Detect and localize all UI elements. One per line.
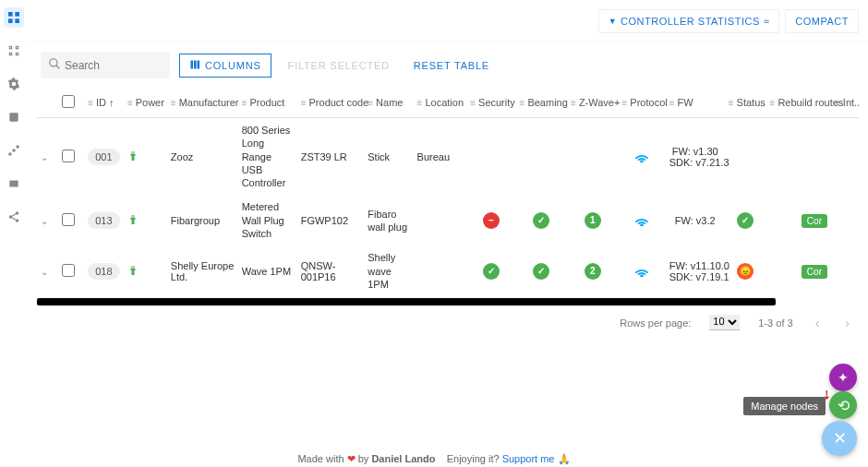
svg-line-16 xyxy=(56,66,60,69)
cell-product-code: ZST39 LR xyxy=(297,118,365,196)
reset-table-button[interactable]: RESET TABLE xyxy=(406,55,497,76)
select-all-checkbox[interactable] xyxy=(62,95,75,108)
rows-per-page-label: Rows per page: xyxy=(620,317,691,329)
cell-name: Fibaro wall plug xyxy=(364,195,413,245)
table-row[interactable]: ⌄013FibargroupMetered Wall Plug SwitchFG… xyxy=(37,195,859,245)
col-protocol[interactable]: ≡Protocol xyxy=(619,88,666,118)
fab-close[interactable]: ✕ xyxy=(822,421,857,456)
cell-manufacturer: Zooz xyxy=(167,118,238,196)
col-manufacturer[interactable]: ≡Manufacturer xyxy=(167,88,238,118)
cell-manufacturer: Fibargroup xyxy=(167,195,238,245)
fab-manage-nodes[interactable]: ⟲ xyxy=(829,391,857,419)
columns-icon xyxy=(189,59,200,72)
close-icon: ✕ xyxy=(833,428,847,449)
cell-product-code: QNSW-001P16 xyxy=(297,245,365,296)
wand-icon: ✦ xyxy=(838,370,849,385)
svg-rect-19 xyxy=(198,60,200,68)
svg-point-9 xyxy=(8,152,11,156)
table-row[interactable]: ⌄001Zooz800 Series Long Range USB Contro… xyxy=(37,118,859,196)
search-input[interactable] xyxy=(65,59,163,72)
col-interview[interactable]: ≡Int... xyxy=(831,88,859,118)
node-id-badge: 001 xyxy=(88,149,119,165)
expand-row[interactable]: ⌄ xyxy=(41,267,48,277)
search-input-container[interactable] xyxy=(41,52,170,78)
svg-point-20 xyxy=(641,161,643,162)
nav-store[interactable] xyxy=(4,174,24,194)
row-checkbox[interactable] xyxy=(62,264,75,277)
col-product-code[interactable]: ≡Product code xyxy=(297,88,365,118)
zwaveplus-badge: 2 xyxy=(585,263,601,280)
col-rebuild[interactable]: ≡Rebuild routes xyxy=(766,88,831,118)
power-mains-icon xyxy=(127,153,139,164)
power-mains-icon xyxy=(127,268,139,279)
power-mains-icon xyxy=(127,217,139,228)
stats-icon: ≈ xyxy=(764,16,770,27)
col-product[interactable]: ≡Product xyxy=(238,88,297,118)
svg-rect-7 xyxy=(16,53,18,54)
check-icon: ✓ xyxy=(533,263,549,280)
cell-manufacturer: Shelly Europe Ltd. xyxy=(167,245,238,296)
status-angry-icon: 😠 xyxy=(737,263,753,280)
svg-rect-6 xyxy=(9,53,11,54)
svg-point-15 xyxy=(50,59,57,66)
col-beaming[interactable]: ≡Beaming xyxy=(516,88,567,118)
zwaveplus-badge: 1 xyxy=(585,212,601,229)
check-icon: ✓ xyxy=(483,263,500,280)
expand-row[interactable]: ⌄ xyxy=(41,152,48,162)
nav-network[interactable] xyxy=(4,140,24,161)
columns-button[interactable]: COLUMNS xyxy=(179,54,271,78)
support-link[interactable]: Support me xyxy=(502,453,555,464)
svg-rect-3 xyxy=(15,18,19,23)
cell-name: Shelly wave 1PM xyxy=(364,245,413,296)
filter-selected-button: FILTER SELECTED xyxy=(281,55,397,76)
cell-fw: FW: v3.2 xyxy=(666,195,725,245)
horizontal-scrollbar[interactable] xyxy=(37,298,776,305)
expand-row[interactable]: ⌄ xyxy=(41,216,48,226)
col-id[interactable]: ≡ID ↑ xyxy=(84,88,124,118)
next-page-button[interactable]: › xyxy=(841,316,853,330)
cell-product: 800 Series Long Range USB Controller xyxy=(238,118,297,196)
nav-settings[interactable] xyxy=(4,74,24,94)
svg-rect-17 xyxy=(191,60,194,68)
cell-fw: FW: v11.10.0SDK: v7.19.1 xyxy=(666,245,725,296)
cell-product-code: FGWP102 xyxy=(297,195,365,245)
cell-name: Stick xyxy=(364,118,413,196)
controller-statistics-button[interactable]: ▼ CONTROLLER STATISTICS ≈ xyxy=(598,9,780,33)
row-checkbox[interactable] xyxy=(62,213,75,226)
search-icon xyxy=(48,57,61,73)
rebuild-chip: Cor xyxy=(802,214,827,228)
sort-asc-icon: ↑ xyxy=(109,97,115,108)
col-zwaveplus[interactable]: ≡Z-Wave+ xyxy=(567,88,618,118)
nav-debug[interactable] xyxy=(4,107,24,127)
minus-icon: – xyxy=(483,212,500,229)
svg-rect-8 xyxy=(9,113,18,121)
svg-rect-0 xyxy=(8,12,13,17)
col-status[interactable]: ≡Status xyxy=(725,88,766,118)
svg-point-22 xyxy=(641,275,643,277)
pray-icon: 🙏 xyxy=(558,453,571,464)
svg-rect-4 xyxy=(9,46,11,48)
fab-magic[interactable]: ✦ xyxy=(829,364,857,391)
prev-page-button[interactable]: ‹ xyxy=(812,316,824,330)
svg-rect-2 xyxy=(8,18,13,23)
nav-smart-start[interactable] xyxy=(4,41,24,61)
pagination-range: 1-3 of 3 xyxy=(758,317,792,329)
zwave-icon xyxy=(634,217,649,228)
table-row[interactable]: ⌄018Shelly Europe Ltd.Wave 1PMQNSW-001P1… xyxy=(37,245,859,296)
col-security[interactable]: ≡Security xyxy=(466,88,515,118)
col-location[interactable]: ≡Location xyxy=(414,88,467,118)
rows-per-page-select[interactable]: 10 xyxy=(709,315,740,330)
col-power[interactable]: ≡Power xyxy=(124,88,167,118)
cell-product: Metered Wall Plug Switch xyxy=(238,195,297,245)
svg-point-13 xyxy=(9,215,13,219)
row-checkbox[interactable] xyxy=(62,150,75,162)
col-name[interactable]: ≡Name xyxy=(364,88,413,118)
cell-product: Wave 1PM xyxy=(238,245,297,296)
rebuild-chip: Cor xyxy=(802,265,827,279)
col-fw[interactable]: ≡FW xyxy=(666,88,725,118)
svg-rect-5 xyxy=(16,46,18,48)
nav-nodes[interactable] xyxy=(4,7,24,28)
nav-share[interactable] xyxy=(4,207,24,227)
compact-button[interactable]: COMPACT xyxy=(785,9,859,33)
node-id-badge: 013 xyxy=(88,212,119,229)
